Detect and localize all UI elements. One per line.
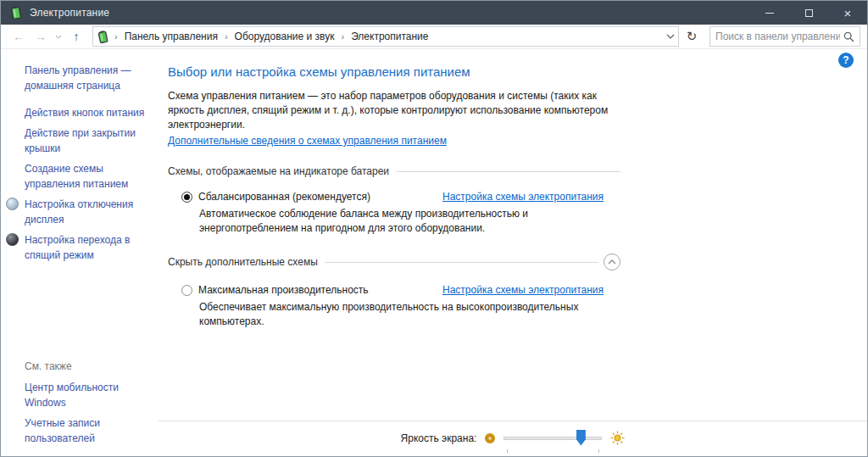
plan-description: Автоматическое соблюдение баланса между …	[199, 207, 606, 236]
power-options-window: Электропитание × ← → ↑ › Панель управлен…	[0, 0, 868, 457]
sidebar-item-user-accounts[interactable]: Учетные записи пользователей	[25, 415, 152, 446]
additional-plans-group: Скрыть дополнительные схемы Максимальная…	[168, 254, 620, 329]
breadcrumb-hardware-sound[interactable]: Оборудование и звук	[233, 29, 337, 44]
recent-pages-chevron-icon[interactable]	[53, 35, 64, 39]
battery-meter-plans-group: Схемы, отображаемые на индикаторе батаре…	[168, 165, 620, 236]
collapse-additional-plans-button[interactable]	[604, 254, 620, 270]
slider-tick	[507, 449, 508, 453]
high-performance-plan-radio[interactable]	[181, 285, 192, 296]
window-title: Электропитание	[30, 7, 750, 19]
plan-name: Максимальная производительность	[198, 284, 369, 296]
plan-name: Сбалансированная (рекомендуется)	[198, 191, 370, 203]
sidebar-item-sleep-settings[interactable]: Настройка перехода в спящий режим	[25, 232, 152, 263]
sleep-icon	[6, 233, 19, 246]
learn-more-link[interactable]: Дополнительные сведения о схемах управле…	[168, 135, 447, 147]
breadcrumb-control-panel[interactable]: Панель управления	[123, 29, 220, 44]
forward-button[interactable]: →	[31, 30, 50, 43]
group-header-label: Скрыть дополнительные схемы	[168, 256, 318, 268]
sidebar-item-label: Настройка перехода в спящий режим	[25, 234, 130, 261]
close-icon: ×	[844, 7, 852, 20]
sidebar: Панель управления — домашняя страница Де…	[1, 49, 159, 456]
back-button[interactable]: ←	[9, 30, 28, 43]
main-content: ? Выбор или настройка схемы управления п…	[159, 49, 867, 421]
address-bar[interactable]: › Панель управления › Оборудование и зву…	[92, 26, 679, 47]
address-dropdown-chevron-icon[interactable]	[666, 34, 675, 39]
up-button[interactable]: ↑	[67, 30, 86, 43]
display-settings-icon	[6, 198, 19, 210]
question-mark-icon: ?	[843, 54, 849, 66]
search-input[interactable]	[715, 31, 840, 42]
chevron-up-icon	[608, 259, 616, 265]
group-divider	[396, 171, 620, 172]
slider-tick	[598, 449, 599, 453]
dim-brightness-icon	[485, 433, 495, 443]
balanced-plan-radio[interactable]	[181, 192, 192, 203]
navigation-bar: ← → ↑ › Панель управления › Оборудование…	[1, 25, 867, 49]
brightness-label: Яркость экрана:	[401, 432, 477, 444]
maximize-icon	[805, 9, 813, 17]
see-also-header: См. также	[25, 359, 152, 374]
sidebar-item-control-panel-home[interactable]: Панель управления — домашняя страница	[25, 63, 152, 93]
brightness-slider-track[interactable]	[504, 437, 602, 440]
battery-app-icon	[9, 6, 23, 20]
main-column: ? Выбор или настройка схемы управления п…	[159, 49, 867, 456]
brightness-slider[interactable]	[504, 429, 602, 448]
battery-breadcrumb-icon	[97, 31, 109, 43]
group-divider	[325, 262, 598, 263]
sidebar-item-mobility-center[interactable]: Центр мобильности Windows	[25, 380, 152, 410]
bright-brightness-icon	[610, 431, 625, 445]
intro-text: Схема управления питанием — это набор па…	[168, 89, 613, 132]
breadcrumb-separator: ›	[224, 31, 229, 42]
plan-row-high-performance: Максимальная производительность Настройк…	[181, 284, 620, 296]
group-header-label: Схемы, отображаемые на индикаторе батаре…	[168, 165, 389, 177]
brightness-slider-thumb[interactable]	[576, 430, 586, 446]
breadcrumb-power-options[interactable]: Электропитание	[349, 29, 430, 44]
sidebar-item-create-plan[interactable]: Создание схемы управления питанием	[25, 161, 152, 192]
window-body: Панель управления — домашняя страница Де…	[1, 49, 867, 456]
help-button[interactable]: ?	[838, 53, 854, 68]
plan-row-balanced: Сбалансированная (рекомендуется) Настрой…	[181, 191, 620, 203]
sidebar-item-label: Настройка отключения дисплея	[25, 198, 133, 226]
change-plan-settings-link[interactable]: Настройка схемы электропитания	[442, 191, 604, 203]
minimize-icon	[765, 13, 774, 14]
maximize-button[interactable]	[789, 1, 828, 25]
search-box[interactable]	[709, 26, 860, 47]
close-button[interactable]: ×	[828, 1, 867, 25]
sidebar-item-display-off[interactable]: Настройка отключения дисплея	[25, 197, 152, 227]
breadcrumb-separator: ›	[340, 31, 345, 42]
brightness-bar: Яркость экрана:	[159, 421, 867, 454]
refresh-button[interactable]: ↻	[682, 29, 701, 44]
sidebar-item-power-buttons[interactable]: Действия кнопок питания	[25, 105, 152, 120]
sidebar-item-lid-close[interactable]: Действие при закрытии крышки	[25, 125, 152, 156]
plan-description: Обеспечивает максимальную производительн…	[199, 300, 606, 329]
change-plan-settings-link[interactable]: Настройка схемы электропитания	[442, 284, 604, 296]
titlebar: Электропитание ×	[1, 1, 867, 25]
minimize-button[interactable]	[750, 1, 789, 25]
page-title: Выбор или настройка схемы управления пит…	[168, 64, 850, 79]
search-icon[interactable]	[843, 31, 854, 42]
breadcrumb-separator: ›	[114, 31, 119, 42]
